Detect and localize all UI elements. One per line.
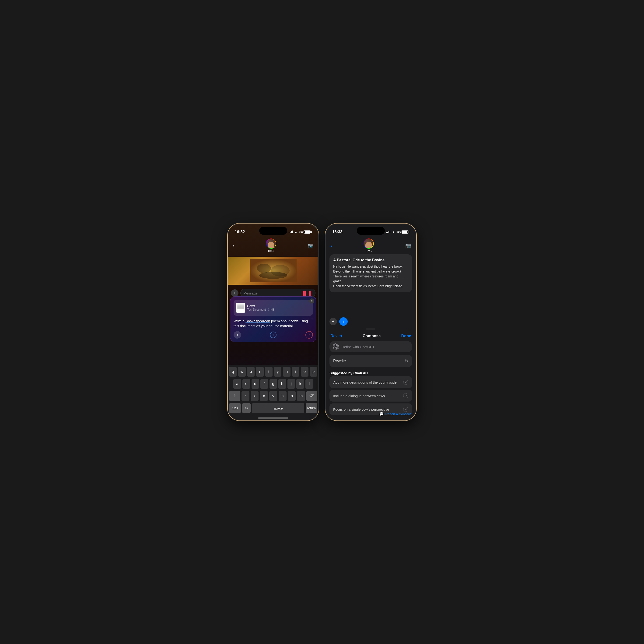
video-button-1[interactable]: 📷: [308, 243, 314, 249]
wifi-icon-1: ▲: [294, 230, 297, 234]
key-numbers[interactable]: 123: [229, 403, 241, 413]
contact-name-1: Tim >: [268, 249, 275, 253]
suggested-section-label: Suggested by ChatGPT: [326, 369, 416, 376]
compose-controls: ‹ + ↑: [234, 331, 313, 339]
back-button-1[interactable]: ‹: [233, 243, 235, 249]
contact-info-1[interactable]: Tim >: [266, 238, 276, 253]
attachment-info: Cows Text Document · 3 KB: [247, 304, 274, 311]
key-k[interactable]: k: [296, 379, 304, 389]
rewrite-button[interactable]: Rewrite ↻: [329, 355, 412, 367]
poem-input-row: + ↑: [326, 315, 416, 328]
chatgpt-refine-placeholder: Refine with ChatGPT: [342, 345, 375, 349]
add-attachment-button[interactable]: +: [231, 289, 238, 297]
compose-message-text: Write a Shakespearean poem about cows us…: [234, 318, 313, 328]
battery-icon-2: 100: [396, 230, 409, 234]
key-y[interactable]: y: [274, 367, 281, 377]
phone1-header: ‹ Tim > 📷: [228, 237, 318, 255]
poem-message-bubble: A Pastoral Ode to the Bovine Hark, gentl…: [329, 254, 412, 292]
attachment-card: × Cows Text Document · 3 KB: [234, 300, 313, 316]
key-emoji[interactable]: ☺: [242, 403, 251, 413]
key-m[interactable]: m: [297, 391, 305, 401]
key-l[interactable]: l: [305, 379, 313, 389]
tab-revert[interactable]: Revert: [330, 334, 342, 338]
add-button-2[interactable]: +: [329, 318, 337, 325]
key-shift[interactable]: ⇧: [229, 391, 240, 401]
suggestion-dialogue-button[interactable]: Include a dialogue between cows ↗: [329, 390, 412, 402]
suggestion-2-icon: ↗: [403, 393, 408, 398]
key-delete[interactable]: ⌫: [306, 391, 317, 401]
phone2-header: ‹ Tim > 📷: [326, 237, 416, 255]
key-j[interactable]: j: [287, 379, 295, 389]
keyboard-row-2: a s d f g h j k l: [229, 379, 317, 389]
key-q[interactable]: q: [229, 367, 237, 377]
report-concern-button[interactable]: 💬 Report a Concern: [379, 412, 411, 416]
phone-1: 16:32 ▲ 100 ‹: [228, 224, 319, 420]
status-icons-2: ▲ 100: [386, 230, 409, 234]
poem-title: A Pastoral Ode to the Bovine: [333, 258, 408, 262]
contact-info-2[interactable]: Tim >: [364, 238, 374, 253]
key-v[interactable]: v: [269, 391, 277, 401]
status-time-2: 16:33: [332, 230, 342, 234]
chatgpt-logo-icon: [333, 343, 339, 350]
battery-icon-1: 100: [299, 230, 312, 234]
chatgpt-refine-input[interactable]: Refine with ChatGPT: [329, 341, 412, 352]
tab-done[interactable]: Done: [401, 334, 411, 338]
chatgpt-bottom-sheet: Revert Compose Done Refine with ChatGPT …: [326, 326, 416, 420]
key-n[interactable]: n: [288, 391, 296, 401]
report-icon: 💬: [379, 412, 384, 416]
signal-icon-1: [289, 231, 293, 233]
poem-body: Hark, gentle wanderer, dost thou hear th…: [333, 264, 408, 289]
key-t[interactable]: t: [265, 367, 273, 377]
key-b[interactable]: b: [279, 391, 287, 401]
suggestion-countryside-button[interactable]: Add more descriptions of the countryside…: [329, 376, 412, 388]
key-x[interactable]: x: [251, 391, 259, 401]
suggestion-dialogue-text: Include a dialogue between cows: [333, 394, 385, 398]
audio-input-icon: ▐▌▐: [302, 291, 311, 296]
dynamic-island-2: [357, 227, 385, 235]
key-z[interactable]: z: [241, 391, 249, 401]
status-time-1: 16:32: [235, 230, 245, 234]
document-icon: [236, 303, 245, 313]
signal-icon-2: [386, 231, 390, 233]
keyboard-1: q w e r t y u i o p a s d f g h j k: [228, 365, 318, 420]
sheet-tab-bar: Revert Compose Done: [326, 332, 416, 341]
key-d[interactable]: d: [252, 379, 259, 389]
video-button-2[interactable]: 📷: [405, 243, 411, 249]
key-u[interactable]: u: [283, 367, 290, 377]
phone-2: 16:33 ▲ 100 ‹: [325, 224, 416, 420]
avatar-2: [364, 238, 374, 249]
status-icons-1: ▲ 100: [289, 230, 312, 234]
compose-back-button[interactable]: ‹: [234, 331, 241, 339]
home-indicator-1: [258, 417, 288, 419]
message-input-field[interactable]: Message ▐▌▐: [240, 289, 315, 297]
message-image-1: [228, 257, 318, 285]
key-h[interactable]: h: [278, 379, 286, 389]
key-c[interactable]: c: [260, 391, 268, 401]
suggestion-3-icon: ↗: [403, 407, 408, 412]
keyboard-row-4: 123 ☺ space return: [229, 403, 317, 413]
compose-send-button[interactable]: ↑: [305, 331, 313, 339]
tab-compose[interactable]: Compose: [363, 334, 381, 338]
close-attachment-button[interactable]: ×: [309, 298, 314, 304]
svg-point-1: [257, 264, 271, 273]
key-space[interactable]: space: [252, 403, 304, 413]
key-r[interactable]: r: [256, 367, 263, 377]
wifi-icon-2: ▲: [392, 230, 395, 234]
send-button-2[interactable]: ↑: [339, 317, 348, 326]
dynamic-island-1: [259, 227, 287, 235]
key-o[interactable]: o: [301, 367, 308, 377]
key-p[interactable]: p: [310, 367, 317, 377]
key-g[interactable]: g: [269, 379, 277, 389]
key-i[interactable]: i: [292, 367, 299, 377]
key-e[interactable]: e: [247, 367, 255, 377]
message-placeholder: Message: [243, 291, 258, 295]
key-a[interactable]: a: [233, 379, 241, 389]
key-w[interactable]: w: [238, 367, 245, 377]
back-button-2[interactable]: ‹: [330, 243, 332, 249]
suggestion-1-icon: ↗: [403, 380, 408, 385]
sheet-handle: [366, 329, 375, 329]
key-s[interactable]: s: [242, 379, 250, 389]
key-return[interactable]: return: [306, 403, 317, 413]
compose-add-button[interactable]: +: [270, 332, 277, 338]
key-f[interactable]: f: [260, 379, 268, 389]
